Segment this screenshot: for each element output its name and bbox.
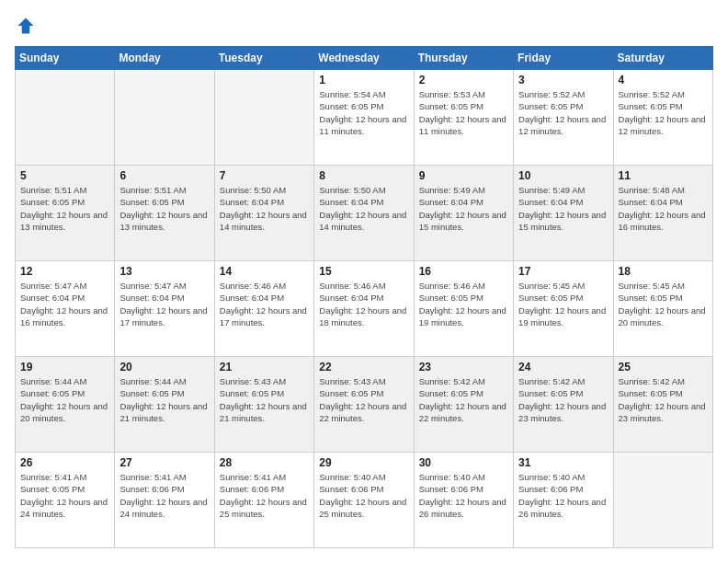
day-detail: Sunrise: 5:49 AM Sunset: 6:04 PM Dayligh… [419,185,506,232]
day-detail: Sunrise: 5:43 AM Sunset: 6:05 PM Dayligh… [319,376,406,423]
calendar-cell: 20Sunrise: 5:44 AM Sunset: 6:05 PM Dayli… [115,357,214,453]
calendar-cell: 7Sunrise: 5:50 AM Sunset: 6:04 PM Daylig… [214,166,313,261]
day-detail: Sunrise: 5:41 AM Sunset: 6:06 PM Dayligh… [119,472,207,519]
day-detail: Sunrise: 5:54 AM Sunset: 6:05 PM Dayligh… [319,89,406,136]
day-detail: Sunrise: 5:44 AM Sunset: 6:05 PM Dayligh… [20,376,108,423]
calendar-cell: 22Sunrise: 5:43 AM Sunset: 6:05 PM Dayli… [314,357,414,453]
calendar-table: SundayMondayTuesdayWednesdayThursdayFrid… [15,46,713,548]
calendar-cell: 12Sunrise: 5:47 AM Sunset: 6:04 PM Dayli… [16,261,115,357]
svg-marker-0 [17,17,33,33]
day-number: 10 [518,169,608,182]
day-number: 8 [319,169,408,182]
day-detail: Sunrise: 5:41 AM Sunset: 6:06 PM Dayligh… [220,472,307,519]
calendar-cell: 17Sunrise: 5:45 AM Sunset: 6:05 PM Dayli… [514,261,613,357]
calendar-cell: 16Sunrise: 5:46 AM Sunset: 6:05 PM Dayli… [414,261,513,357]
calendar-cell: 29Sunrise: 5:40 AM Sunset: 6:06 PM Dayli… [314,453,414,548]
calendar-week-row: 5Sunrise: 5:51 AM Sunset: 6:05 PM Daylig… [16,166,713,261]
calendar-cell: 10Sunrise: 5:49 AM Sunset: 6:04 PM Dayli… [514,166,613,261]
day-detail: Sunrise: 5:45 AM Sunset: 6:05 PM Dayligh… [518,281,606,327]
day-number: 5 [20,169,109,182]
page: SundayMondayTuesdayWednesdayThursdayFrid… [0,0,728,563]
day-detail: Sunrise: 5:45 AM Sunset: 6:05 PM Dayligh… [619,281,706,327]
day-detail: Sunrise: 5:53 AM Sunset: 6:05 PM Dayligh… [419,89,506,136]
calendar-cell: 27Sunrise: 5:41 AM Sunset: 6:06 PM Dayli… [115,453,214,548]
calendar-week-row: 1Sunrise: 5:54 AM Sunset: 6:05 PM Daylig… [16,70,713,166]
day-number: 12 [20,265,109,278]
weekday-header: Monday [115,47,214,70]
weekday-header: Tuesday [214,47,313,70]
day-number: 25 [619,361,708,373]
day-number: 26 [20,456,109,469]
weekday-header: Saturday [613,47,712,70]
calendar-cell: 18Sunrise: 5:45 AM Sunset: 6:05 PM Dayli… [613,261,712,357]
day-number: 13 [119,265,209,278]
header [15,15,713,37]
day-detail: Sunrise: 5:50 AM Sunset: 6:04 PM Dayligh… [220,185,307,232]
day-number: 31 [518,456,608,469]
day-detail: Sunrise: 5:52 AM Sunset: 6:05 PM Dayligh… [518,89,606,136]
calendar-week-row: 12Sunrise: 5:47 AM Sunset: 6:04 PM Dayli… [16,261,713,357]
calendar-cell: 15Sunrise: 5:46 AM Sunset: 6:04 PM Dayli… [314,261,414,357]
day-number: 29 [319,456,408,469]
day-number: 18 [619,265,708,278]
day-number: 11 [619,169,708,182]
day-number: 30 [419,456,508,469]
day-detail: Sunrise: 5:52 AM Sunset: 6:05 PM Dayligh… [619,89,706,136]
day-detail: Sunrise: 5:46 AM Sunset: 6:05 PM Dayligh… [419,281,506,327]
calendar-cell: 19Sunrise: 5:44 AM Sunset: 6:05 PM Dayli… [16,357,115,453]
day-detail: Sunrise: 5:41 AM Sunset: 6:05 PM Dayligh… [20,472,108,519]
logo [15,15,40,37]
day-number: 2 [419,74,508,86]
logo-icon [15,15,37,37]
day-detail: Sunrise: 5:47 AM Sunset: 6:04 PM Dayligh… [20,281,108,327]
day-number: 23 [419,361,508,373]
calendar-week-row: 26Sunrise: 5:41 AM Sunset: 6:05 PM Dayli… [16,453,713,548]
weekday-header: Wednesday [314,47,414,70]
calendar-cell [214,70,313,166]
calendar-cell: 9Sunrise: 5:49 AM Sunset: 6:04 PM Daylig… [414,166,513,261]
calendar-cell: 5Sunrise: 5:51 AM Sunset: 6:05 PM Daylig… [16,166,115,261]
day-number: 16 [419,265,508,278]
day-number: 21 [220,361,309,373]
day-number: 24 [518,361,608,373]
day-detail: Sunrise: 5:40 AM Sunset: 6:06 PM Dayligh… [419,472,506,519]
calendar-cell: 4Sunrise: 5:52 AM Sunset: 6:05 PM Daylig… [613,70,712,166]
calendar-cell: 23Sunrise: 5:42 AM Sunset: 6:05 PM Dayli… [414,357,513,453]
day-detail: Sunrise: 5:46 AM Sunset: 6:04 PM Dayligh… [319,281,406,327]
calendar-cell: 30Sunrise: 5:40 AM Sunset: 6:06 PM Dayli… [414,453,513,548]
weekday-header-row: SundayMondayTuesdayWednesdayThursdayFrid… [16,47,713,70]
day-detail: Sunrise: 5:50 AM Sunset: 6:04 PM Dayligh… [319,185,406,232]
calendar-cell: 3Sunrise: 5:52 AM Sunset: 6:05 PM Daylig… [514,70,613,166]
day-number: 14 [220,265,309,278]
weekday-header: Sunday [16,47,115,70]
day-detail: Sunrise: 5:49 AM Sunset: 6:04 PM Dayligh… [518,185,606,232]
day-detail: Sunrise: 5:48 AM Sunset: 6:04 PM Dayligh… [619,185,706,232]
day-detail: Sunrise: 5:42 AM Sunset: 6:05 PM Dayligh… [518,376,606,423]
day-number: 19 [20,361,109,373]
calendar-cell [115,70,214,166]
day-number: 6 [119,169,209,182]
calendar-cell [613,453,712,548]
day-number: 15 [319,265,408,278]
day-number: 1 [319,74,408,86]
day-number: 3 [518,74,608,86]
calendar-cell: 31Sunrise: 5:40 AM Sunset: 6:06 PM Dayli… [514,453,613,548]
calendar-cell: 26Sunrise: 5:41 AM Sunset: 6:05 PM Dayli… [16,453,115,548]
day-detail: Sunrise: 5:44 AM Sunset: 6:05 PM Dayligh… [119,376,207,423]
day-detail: Sunrise: 5:47 AM Sunset: 6:04 PM Dayligh… [119,281,207,327]
calendar-cell: 8Sunrise: 5:50 AM Sunset: 6:04 PM Daylig… [314,166,414,261]
day-number: 4 [619,74,708,86]
day-detail: Sunrise: 5:51 AM Sunset: 6:05 PM Dayligh… [20,185,108,232]
day-number: 7 [220,169,309,182]
day-detail: Sunrise: 5:51 AM Sunset: 6:05 PM Dayligh… [119,185,207,232]
calendar-cell: 11Sunrise: 5:48 AM Sunset: 6:04 PM Dayli… [613,166,712,261]
day-number: 22 [319,361,408,373]
day-number: 17 [518,265,608,278]
day-number: 20 [119,361,209,373]
calendar-cell: 2Sunrise: 5:53 AM Sunset: 6:05 PM Daylig… [414,70,513,166]
calendar-week-row: 19Sunrise: 5:44 AM Sunset: 6:05 PM Dayli… [16,357,713,453]
day-detail: Sunrise: 5:42 AM Sunset: 6:05 PM Dayligh… [419,376,506,423]
day-detail: Sunrise: 5:40 AM Sunset: 6:06 PM Dayligh… [319,472,406,519]
day-detail: Sunrise: 5:46 AM Sunset: 6:04 PM Dayligh… [220,281,307,327]
weekday-header: Friday [514,47,613,70]
